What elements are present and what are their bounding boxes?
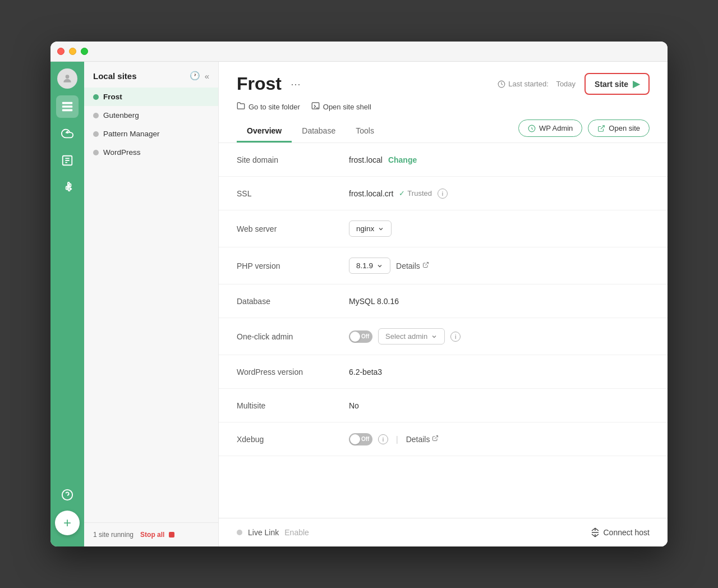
live-link-section: Live Link Enable <box>237 528 309 537</box>
tabs-row: Overview Database Tools <box>237 121 384 143</box>
php-version-row: PHP version 8.1.9 Details <box>219 247 668 284</box>
one-click-admin-row: One-click admin Off Select admin i <box>219 318 668 355</box>
select-admin-dropdown[interactable]: Select admin <box>378 328 445 344</box>
multisite-row: Multisite No <box>219 389 668 422</box>
more-options-button[interactable]: ⋯ <box>287 77 304 91</box>
wp-admin-button[interactable]: WP Admin <box>518 120 582 137</box>
site-domain-text: frost.local <box>349 155 383 164</box>
php-details-label: Details <box>396 261 420 270</box>
php-version-text: 8.1.9 <box>356 261 373 270</box>
app-window: + Local sites 🕐 « Frost Gutenberg <box>50 42 668 546</box>
open-site-shell-label: Open site shell <box>323 103 371 111</box>
php-details-link[interactable]: Details <box>396 261 429 270</box>
site-item-frost[interactable]: Frost <box>84 88 218 106</box>
quick-links: Go to site folder Open site shell <box>237 102 650 118</box>
site-domain-label: Site domain <box>237 155 349 164</box>
sites-running-count: 1 site running <box>93 531 134 539</box>
wp-version-label: WordPress version <box>237 368 349 376</box>
go-to-site-folder-link[interactable]: Go to site folder <box>237 102 300 118</box>
site-title-row: Frost ⋯ <box>237 74 304 94</box>
connect-host-button[interactable]: Connect host <box>590 527 650 538</box>
xdebug-row: Xdebug Off i | Details <box>219 422 668 456</box>
site-name-frost: Frost <box>103 93 122 101</box>
tab-overview[interactable]: Overview <box>237 121 292 143</box>
site-status-dot-wordpress <box>93 150 99 155</box>
ssl-value: frost.local.crt ✓ Trusted i <box>349 189 448 199</box>
svg-line-16 <box>435 436 438 439</box>
site-item-pattern-manager[interactable]: Pattern Manager <box>84 125 218 143</box>
stop-all-button[interactable]: Stop all <box>140 531 164 539</box>
main-top-row: Frost ⋯ Last started: Today Start site ▶ <box>237 73 650 95</box>
open-site-button[interactable]: Open site <box>588 120 650 137</box>
top-right: Last started: Today Start site ▶ <box>498 73 650 95</box>
nav-list-icon[interactable] <box>56 149 79 172</box>
one-click-admin-toggle[interactable]: Off <box>349 330 372 343</box>
collapse-icon[interactable]: « <box>205 71 209 81</box>
nav-cloud-icon[interactable] <box>56 122 79 145</box>
database-label: Database <box>237 297 349 306</box>
web-server-text: nginx <box>356 224 374 233</box>
site-item-gutenberg[interactable]: Gutenberg <box>84 106 218 125</box>
sites-header: Local sites 🕐 « <box>84 62 218 85</box>
enable-live-link-button[interactable]: Enable <box>284 528 309 537</box>
wp-version-value: 6.2-beta3 <box>349 368 382 376</box>
open-site-shell-link[interactable]: Open site shell <box>311 102 371 118</box>
wp-version-row: WordPress version 6.2-beta3 <box>219 355 668 389</box>
main-footer: Live Link Enable Connect host <box>219 518 668 546</box>
site-status-dot-pattern-manager <box>93 131 99 137</box>
database-value: MySQL 8.0.16 <box>349 297 399 306</box>
nav-help-icon[interactable] <box>56 484 79 506</box>
main-content: Frost ⋯ Last started: Today Start site ▶ <box>219 62 668 546</box>
web-server-dropdown[interactable]: nginx <box>349 220 392 237</box>
trusted-label: Trusted <box>407 189 432 197</box>
sites-panel-title: Local sites <box>93 71 185 81</box>
minimize-button[interactable] <box>69 48 76 55</box>
close-button[interactable] <box>57 48 65 55</box>
multisite-value: No <box>349 401 359 410</box>
nav-sites-icon[interactable] <box>56 95 79 118</box>
one-click-admin-info-icon[interactable]: i <box>450 332 461 342</box>
web-server-value: nginx <box>349 220 392 237</box>
web-server-row: Web server nginx <box>219 210 668 247</box>
maximize-button[interactable] <box>81 48 88 55</box>
ssl-row: SSL frost.local.crt ✓ Trusted i <box>219 177 668 210</box>
xdebug-toggle-knob <box>350 434 360 444</box>
php-version-dropdown[interactable]: 8.1.9 <box>349 258 390 274</box>
nav-extensions-icon[interactable] <box>56 176 79 199</box>
site-name-gutenberg: Gutenberg <box>103 111 139 120</box>
ssl-cert: frost.local.crt <box>349 189 393 198</box>
ssl-info-icon[interactable]: i <box>438 189 448 199</box>
site-item-wordpress[interactable]: WordPress <box>84 143 218 162</box>
tab-tools[interactable]: Tools <box>346 121 384 143</box>
site-domain-row: Site domain frost.local Change <box>219 143 668 177</box>
toggle-knob <box>350 332 360 342</box>
xdebug-external-icon <box>432 435 439 443</box>
start-site-button[interactable]: Start site ▶ <box>584 73 650 95</box>
connect-host-label: Connect host <box>604 528 650 537</box>
site-domain-value: frost.local Change <box>349 155 417 164</box>
svg-rect-2 <box>62 105 72 108</box>
user-avatar[interactable] <box>57 68 77 89</box>
add-site-button[interactable]: + <box>55 511 80 535</box>
site-title: Frost <box>237 74 282 94</box>
xdebug-info-icon[interactable]: i <box>378 434 388 444</box>
site-name-pattern-manager: Pattern Manager <box>103 130 160 138</box>
xdebug-details-link[interactable]: Details <box>406 435 439 444</box>
xdebug-toggle[interactable]: Off <box>349 433 372 445</box>
open-site-label: Open site <box>609 124 640 132</box>
last-started-value: Today <box>556 80 576 88</box>
external-link-icon <box>422 261 429 270</box>
svg-rect-1 <box>62 102 72 104</box>
trusted-check-icon: ✓ <box>399 189 405 197</box>
wp-admin-label: WP Admin <box>539 124 573 132</box>
xdebug-toggle-off-label: Off <box>361 436 369 442</box>
start-site-label: Start site <box>595 80 628 89</box>
sites-panel: Local sites 🕐 « Frost Gutenberg Pattern … <box>84 62 219 546</box>
tab-database[interactable]: Database <box>292 121 346 143</box>
history-icon[interactable]: 🕐 <box>190 71 200 81</box>
titlebar <box>50 42 668 62</box>
site-status-dot-frost <box>93 94 99 100</box>
change-domain-link[interactable]: Change <box>388 155 417 164</box>
php-version-label: PHP version <box>237 261 349 270</box>
tab-actions: WP Admin Open site <box>518 120 650 141</box>
